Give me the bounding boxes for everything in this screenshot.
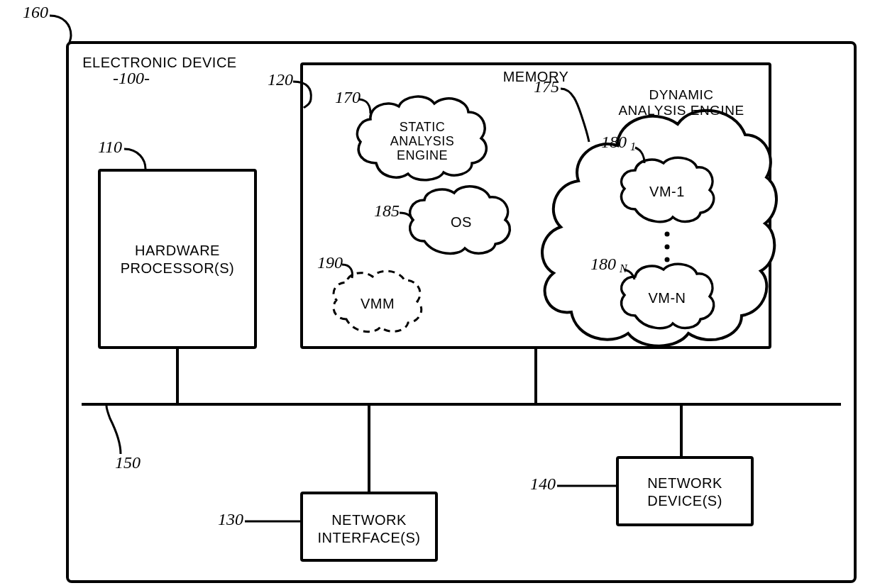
memory-ref: 120 — [268, 70, 293, 89]
svg-point-3 — [665, 245, 670, 250]
netif-l1: NETWORK — [331, 512, 407, 528]
vmn-label: VM-N — [648, 290, 686, 306]
vm1-label: VM-1 — [649, 184, 685, 199]
netif-ref: 130 — [218, 510, 243, 528]
svg-rect-6 — [617, 457, 752, 525]
outer-ref: 160 — [23, 3, 48, 21]
electronic-device-ref: -100- — [113, 69, 150, 87]
static-engine-l1: STATIC — [400, 120, 445, 134]
svg-point-2 — [665, 232, 670, 237]
vmn-sub: N — [619, 262, 628, 274]
dynamic-engine-l2: ANALYSIS ENGINE — [618, 103, 744, 118]
vmm-ref: 190 — [317, 253, 343, 272]
network-device: NETWORK DEVICE(S) 140 — [530, 457, 752, 525]
netdev-ref: 140 — [530, 475, 556, 493]
network-interface: NETWORK INTERFACE(S) 130 — [218, 493, 436, 560]
dynamic-engine-l1: DYNAMIC — [649, 87, 713, 102]
svg-point-4 — [665, 257, 670, 262]
processor-label-2: PROCESSOR(S) — [121, 260, 234, 276]
svg-rect-0 — [99, 170, 255, 348]
processor-ref: 110 — [98, 138, 122, 156]
vmm-label: VMM — [361, 296, 395, 311]
vm1-ref: 180 — [601, 133, 627, 151]
bus-ref-text: 150 — [115, 453, 141, 472]
diagram-canvas: 160 ELECTRONIC DEVICE -100- HARDWARE PRO… — [0, 0, 880, 588]
os-label: OS — [451, 214, 472, 230]
static-engine-l3: ENGINE — [397, 148, 448, 162]
netdev-l1: NETWORK — [647, 475, 722, 491]
dynamic-engine-ref: 175 — [534, 77, 559, 96]
vmn-ref: 180 — [590, 255, 616, 273]
outer-ref-leader: 160 — [23, 3, 71, 43]
netif-l2: INTERFACE(S) — [318, 530, 421, 545]
processor-label-1: HARDWARE — [135, 243, 220, 258]
static-engine-l2: ANALYSIS — [390, 134, 455, 148]
electronic-device-title: ELECTRONIC DEVICE — [82, 55, 236, 70]
bus-ref: 150 — [106, 406, 141, 472]
vm1-sub: 1 — [630, 140, 636, 152]
os-ref: 185 — [374, 201, 400, 220]
static-engine-ref: 170 — [335, 88, 361, 106]
hardware-processor: HARDWARE PROCESSOR(S) 110 — [98, 138, 255, 348]
netdev-l2: DEVICE(S) — [647, 493, 722, 509]
